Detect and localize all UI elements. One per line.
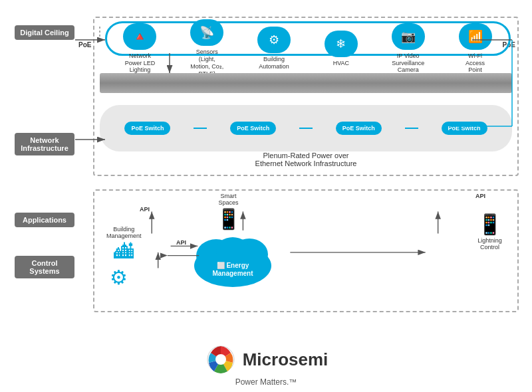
sensors-icon: 📡 xyxy=(190,19,223,46)
brand-name: Microsemi xyxy=(243,349,329,370)
microsemi-logo-svg xyxy=(204,343,237,376)
device-building-auto: ⚙ BuildingAutomation xyxy=(247,27,301,70)
svg-text:Management: Management xyxy=(212,270,253,277)
connector-3 xyxy=(405,128,418,129)
api-label-2: API xyxy=(176,239,186,246)
applications-label: Applications xyxy=(15,213,74,227)
footer: Microsemi Power Matters.™ xyxy=(0,343,532,387)
device-sensors: 📡 Sensors(Light,Motion, Co₂,BTLE) xyxy=(180,19,233,77)
device-ip-video: 📷 IP VideoSurveillanceCamera xyxy=(382,23,435,74)
switch-2: PoE Switch xyxy=(230,122,276,135)
gear-control-item: ⚙ xyxy=(110,266,128,289)
ip-video-icon: 📷 xyxy=(392,23,425,50)
gear-icon: ⚙ xyxy=(110,266,128,289)
tagline: Power Matters.™ xyxy=(235,377,297,387)
network-description: Plenum-Rated Power overEthernet Network … xyxy=(100,151,512,167)
top-section: Digital Ceiling PoE PoE 🔺 NetworkPower L… xyxy=(7,7,525,186)
building-mgmt-label: BuildingManagement xyxy=(106,226,142,239)
bottom-diagram: BuildingManagement 🏙 ⚙ ⬜ Energy Manageme… xyxy=(100,193,512,309)
wifi-label: Wi-FiAccessPoint xyxy=(466,52,485,74)
building-management-item: BuildingManagement 🏙 xyxy=(106,226,142,263)
phone-icon: 📱 xyxy=(477,213,502,236)
device-hvac: ❄ HVAC xyxy=(315,31,368,67)
connector-2 xyxy=(299,128,313,129)
network-led-icon: 🔺 xyxy=(123,23,156,50)
device-wifi: 📶 Wi-FiAccessPoint xyxy=(449,23,502,74)
lightning-control-label: LightningControl xyxy=(477,237,502,250)
svg-point-12 xyxy=(216,237,249,264)
network-switches-row: PoE Switch PoE Switch PoE Switch PoE Swi… xyxy=(100,105,512,151)
smart-spaces-label: SmartSpaces xyxy=(216,193,241,206)
switch-3: PoE Switch xyxy=(336,122,382,135)
tablet-icon: 📱 xyxy=(216,207,241,231)
network-infra-label: Network Infrastructure xyxy=(15,133,74,155)
digital-ceiling-label: Digital Ceiling xyxy=(15,25,74,40)
lightning-control-item: 📱 LightningControl xyxy=(477,213,502,250)
wifi-icon: 📶 xyxy=(459,23,492,50)
api-label-1: API xyxy=(140,206,150,213)
hvac-icon: ❄ xyxy=(325,31,358,57)
smart-spaces-item: SmartSpaces 📱 xyxy=(216,193,241,231)
devices-row: 🔺 NetworkPower LEDLighting 📡 Sensors(Lig… xyxy=(106,25,509,72)
poe-left-label: PoE xyxy=(78,41,91,49)
device-network-led: 🔺 NetworkPower LEDLighting xyxy=(113,23,166,74)
ip-video-label: IP VideoSurveillanceCamera xyxy=(392,52,424,74)
switch-4: PoE Switch xyxy=(442,122,487,135)
building-icon: 🏙 xyxy=(114,241,134,263)
svg-text:⬜ Energy: ⬜ Energy xyxy=(217,261,249,270)
hvac-label: HVAC xyxy=(333,60,349,67)
building-auto-label: BuildingAutomation xyxy=(259,56,289,70)
api-label-3: API xyxy=(475,193,485,199)
energy-management-item: ⬜ Energy Management xyxy=(186,223,279,289)
bottom-section: Applications Control Systems BuildingMan… xyxy=(7,189,525,342)
connector-1 xyxy=(194,128,207,129)
ceiling-bar xyxy=(100,73,512,93)
switch-1: PoE Switch xyxy=(124,122,170,135)
building-auto-icon: ⚙ xyxy=(257,27,291,53)
svg-point-25 xyxy=(215,354,226,365)
network-led-label: NetworkPower LEDLighting xyxy=(125,52,156,74)
microsemi-logo: Microsemi xyxy=(204,343,329,376)
control-systems-label: Control Systems xyxy=(15,256,74,278)
energy-cloud-svg: ⬜ Energy Management xyxy=(186,223,279,289)
bottom-arrows-svg xyxy=(100,193,512,309)
